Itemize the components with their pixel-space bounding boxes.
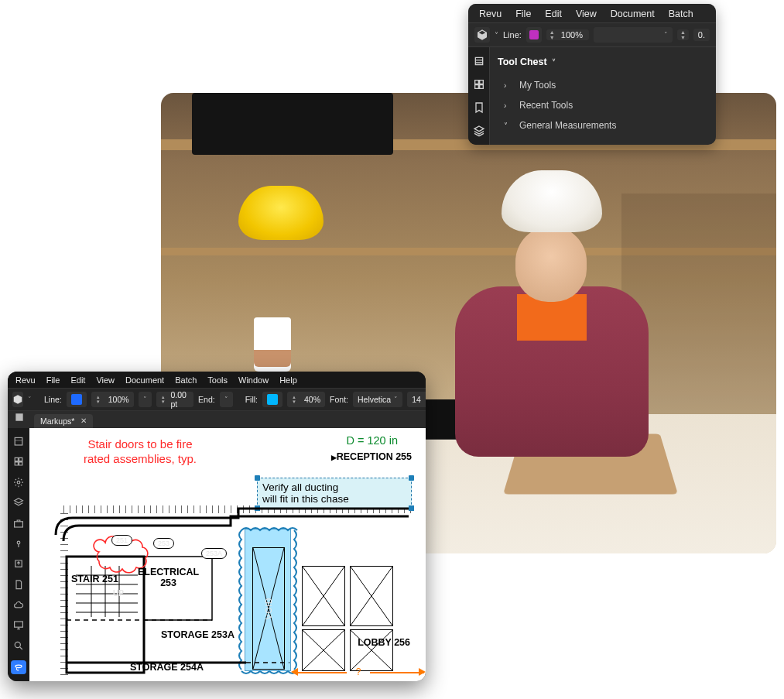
label-electrical: ELECTRICAL 253 [138, 567, 199, 589]
app-cube-button[interactable] [12, 392, 23, 407]
label-reception: ▶RECEPTION 255 [331, 451, 412, 462]
column-box [350, 629, 393, 671]
app-font-size[interactable]: 14˅ [407, 392, 426, 407]
panel-toggle-icon[interactable] [14, 412, 25, 423]
app-menu-help[interactable]: Help [279, 375, 297, 385]
svg-rect-5 [15, 622, 23, 627]
app-fill-color[interactable] [262, 392, 282, 407]
svg-rect-3 [15, 521, 23, 526]
tool-chest-row-my-tools[interactable]: › My Tools [490, 75, 716, 95]
bookmark-icon[interactable] [473, 101, 485, 114]
chevron-right-icon: › [504, 101, 512, 110]
app-menu-revu[interactable]: Revu [15, 375, 36, 385]
menu-batch[interactable]: Batch [669, 9, 693, 19]
tab-strip: Markups* ✕ [8, 411, 426, 428]
app-left-rail [8, 428, 29, 681]
app-menu-edit[interactable]: Edit [70, 375, 85, 385]
thumbnails-icon[interactable] [12, 436, 25, 447]
tv-screen [192, 93, 393, 155]
worker-figure [432, 170, 664, 464]
app-opacity[interactable]: ▲▼ 40% [287, 392, 325, 407]
tool-chest-row-general-measurements[interactable]: ˅ General Measurements [490, 115, 716, 135]
label-storage-253a: STORAGE 253A [161, 629, 235, 640]
label-lobby: LOBBY 256 [358, 637, 410, 648]
line-label: Line: [503, 30, 522, 39]
drawing-canvas[interactable]: Stair doors to be fire rated assemblies,… [29, 428, 426, 681]
svg-point-2 [17, 481, 20, 484]
column-box [302, 629, 345, 671]
label-stair: STAIR 251 [71, 574, 118, 584]
pin-icon[interactable] [12, 538, 25, 549]
column-box [350, 566, 393, 626]
line-color-swatch[interactable] [526, 27, 542, 43]
document-icon[interactable] [12, 579, 25, 590]
svg-point-6 [15, 642, 20, 647]
zoom-value: 100% [556, 30, 587, 39]
app-fill-label: Fill: [245, 395, 258, 404]
orange-dimension[interactable]: ? [293, 666, 424, 677]
cloud-icon[interactable] [12, 599, 25, 610]
app-menu-file[interactable]: File [46, 375, 60, 385]
label-up: UP [113, 589, 124, 598]
app-menubar: Revu File Edit View Document Batch Tools… [8, 372, 426, 389]
app-menu-window[interactable]: Window [238, 375, 269, 385]
cube-dropdown-button[interactable] [474, 27, 490, 43]
column-box [302, 566, 345, 626]
menu-view[interactable]: View [576, 9, 597, 19]
chevron-right-icon: › [504, 81, 512, 90]
revu-app-window: Revu File Edit View Document Batch Tools… [8, 372, 426, 681]
stepper[interactable]: ▲▼ [677, 29, 689, 40]
coffee-cup [254, 317, 291, 372]
label-storage-254a: STORAGE 254A [130, 662, 204, 673]
app-end-label: End: [198, 395, 215, 404]
app-menu-view[interactable]: View [96, 375, 115, 385]
app-font-select[interactable]: Helvetica˅ [353, 392, 402, 407]
app-font-label: Font: [330, 395, 348, 404]
menu-document[interactable]: Document [611, 9, 655, 19]
numeric-field[interactable]: 0. [693, 29, 710, 41]
app-line-style[interactable]: ˅ [139, 392, 152, 407]
tool-chest-rail [468, 47, 490, 145]
app-menu-document[interactable]: Document [125, 375, 164, 385]
top-toolbar: ˅ Line: ▲▼ 100% ˅ ▲▼ 0. [468, 23, 716, 47]
lasso-tool-button[interactable] [11, 660, 26, 674]
menu-edit[interactable]: Edit [545, 9, 562, 19]
svg-point-4 [17, 541, 20, 544]
grid-panel-icon[interactable] [12, 456, 25, 467]
top-menubar: Revu File Edit View Document Batch [468, 4, 716, 23]
app-line-label: Line: [44, 395, 62, 404]
menu-file[interactable]: File [515, 9, 531, 19]
app-line-color[interactable] [67, 392, 87, 407]
green-dimension[interactable]: D = 120 in [346, 434, 398, 447]
close-tab-icon[interactable]: ✕ [80, 416, 87, 425]
layers-icon[interactable] [473, 125, 485, 137]
app-end-select[interactable]: ˅ [220, 392, 233, 407]
briefcase-icon[interactable] [12, 518, 25, 529]
search-icon[interactable] [12, 640, 25, 651]
list-icon[interactable] [473, 55, 485, 67]
grid-icon[interactable] [473, 78, 485, 91]
zoom-control[interactable]: ▲▼ 100% [546, 29, 589, 40]
monitor-icon[interactable] [12, 619, 25, 630]
app-pt-value[interactable]: ▲▼ 0.00 pt [156, 392, 193, 407]
line-style-select[interactable]: ˅ [594, 27, 673, 43]
room-tag-253a: 253A [201, 548, 227, 559]
document-tab[interactable]: Markups* ✕ [34, 414, 93, 428]
hardhat-yellow [238, 186, 324, 240]
tool-chest-header[interactable]: Tool Chest ˅ [490, 50, 716, 75]
app-menu-batch[interactable]: Batch [175, 375, 197, 385]
export-icon[interactable] [12, 558, 25, 569]
menu-revu[interactable]: Revu [479, 9, 502, 19]
app-menu-tools[interactable]: Tools [207, 375, 228, 385]
gear-icon[interactable] [12, 477, 25, 488]
red-annotation[interactable]: Stair doors to be fire rated assemblies,… [84, 437, 197, 467]
chevron-down-icon: ˅ [504, 122, 512, 130]
room-tag-253: 253 [153, 538, 174, 549]
svg-rect-1 [15, 437, 22, 445]
tool-chest-row-recent-tools[interactable]: › Recent Tools [490, 95, 716, 115]
tool-chest-panel: Revu File Edit View Document Batch ˅ Lin… [468, 4, 716, 145]
room-tag-251: 251 [111, 535, 132, 546]
layers-panel-icon[interactable] [12, 497, 25, 508]
void-column: VOID [252, 547, 285, 670]
app-zoom[interactable]: ▲▼ 100% [91, 392, 134, 407]
